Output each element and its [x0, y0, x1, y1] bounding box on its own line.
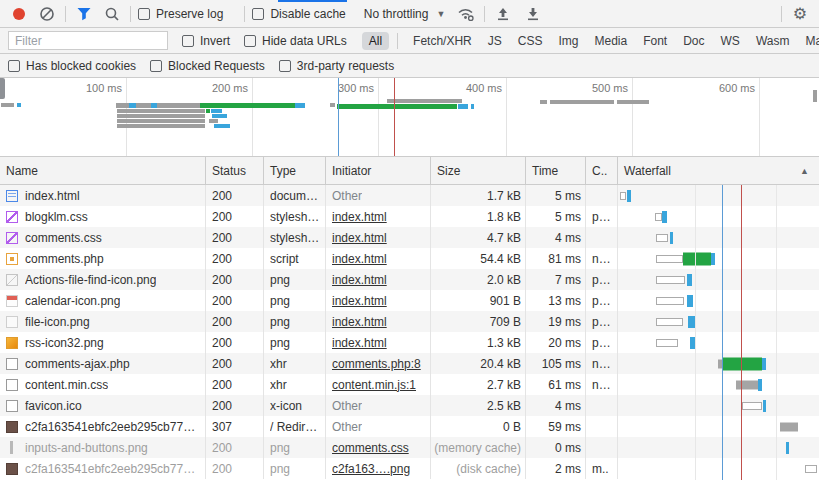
table-cell: 709 B: [431, 311, 526, 332]
type-filter-js[interactable]: JS: [481, 32, 509, 50]
table-row[interactable]: c2fa163541ebfc2eeb295cb77…307/ RedirectO…: [0, 416, 819, 437]
request-name[interactable]: comments.php: [25, 252, 104, 266]
overview-tick-label: 300 ms: [314, 82, 374, 94]
column-header-name[interactable]: Name: [0, 157, 206, 184]
overview-bar: [117, 119, 205, 123]
has-blocked-cookies-checkbox[interactable]: Has blocked cookies: [8, 59, 136, 73]
type-filter-wasm[interactable]: Wasm: [749, 32, 797, 50]
table-row[interactable]: calendar-icon.png200pngindex.html901 B13…: [0, 290, 819, 311]
overview-bar: [1, 103, 14, 107]
column-header-status[interactable]: Status: [206, 157, 264, 184]
initiator-link[interactable]: c2fa163….png: [332, 462, 410, 476]
type-filter-css[interactable]: CSS: [511, 32, 550, 50]
table-row[interactable]: comments.css200stylesh…index.html4.7 kB4…: [0, 227, 819, 248]
column-header-label: Initiator: [332, 164, 371, 178]
record-button[interactable]: [8, 3, 30, 25]
table-cell: 901 B: [431, 290, 526, 311]
type-filter-media[interactable]: Media: [587, 32, 634, 50]
request-name[interactable]: file-icon.png: [25, 315, 90, 329]
import-har-button[interactable]: [492, 3, 514, 25]
request-name[interactable]: Actions-file-find-icon.png: [25, 273, 156, 287]
column-header-c[interactable]: C..: [586, 157, 618, 184]
third-party-requests-checkbox[interactable]: 3rd-party requests: [279, 59, 394, 73]
request-name[interactable]: c2fa163541ebfc2eeb295cb77…: [25, 462, 195, 476]
disable-cache-checkbox[interactable]: Disable cache: [252, 7, 345, 21]
type-filter-doc[interactable]: Doc: [676, 32, 711, 50]
search-button[interactable]: [101, 3, 123, 25]
type-filter-all[interactable]: All: [362, 32, 389, 50]
network-conditions-icon: [457, 6, 475, 22]
table-row[interactable]: file-icon.png200pngindex.html709 B19 msp…: [0, 311, 819, 332]
initiator-link[interactable]: index.html: [332, 252, 387, 266]
table-row[interactable]: c2fa163541ebfc2eeb295cb77…200pngc2fa163……: [0, 458, 819, 479]
initiator-link[interactable]: index.html: [332, 231, 387, 245]
table-cell: 20.4 kB: [431, 353, 526, 374]
table-row[interactable]: comments.php200scriptindex.html54.4 kB81…: [0, 248, 819, 269]
load-event-line: [741, 185, 742, 480]
export-har-button[interactable]: [522, 3, 544, 25]
request-name[interactable]: favicon.ico: [25, 399, 82, 413]
initiator-link[interactable]: index.html: [332, 315, 387, 329]
throttling-dropdown[interactable]: No throttling ▼: [364, 7, 446, 21]
request-name[interactable]: blogklm.css: [25, 210, 88, 224]
table-cell: x-icon: [264, 395, 326, 416]
table-row[interactable]: comments-ajax.php200xhrcomments.php:820.…: [0, 353, 819, 374]
type-value: png: [270, 315, 290, 329]
initiator-link[interactable]: comments.php:8: [332, 357, 421, 371]
type-value: png: [270, 273, 290, 287]
column-header-initiator[interactable]: Initiator: [326, 157, 431, 184]
arrow-up-icon: [496, 7, 510, 21]
overview-gridline: [252, 78, 253, 156]
request-name[interactable]: c2fa163541ebfc2eeb295cb77…: [25, 420, 195, 434]
overview-bar: [458, 104, 468, 109]
initiator-link[interactable]: index.html: [332, 210, 387, 224]
overview-bar: [617, 100, 649, 104]
network-toolbar: Preserve log Disable cache No throttling…: [0, 0, 819, 28]
table-row[interactable]: Actions-file-find-icon.png200pngindex.ht…: [0, 269, 819, 290]
column-header-time[interactable]: Time: [526, 157, 586, 184]
checkbox-icon: [182, 35, 194, 47]
status-value: 200: [212, 336, 232, 350]
request-name[interactable]: comments-ajax.php: [25, 357, 130, 371]
type-filter-img[interactable]: Img: [551, 32, 585, 50]
has-blocked-cookies-label: Has blocked cookies: [26, 59, 136, 73]
table-row[interactable]: favicon.ico200x-iconOther2.5 kB4 ms: [0, 395, 819, 416]
table-row[interactable]: rss-icon32.png200pngindex.html1.3 kB20 m…: [0, 332, 819, 353]
request-name[interactable]: comments.css: [25, 231, 102, 245]
preserve-log-checkbox[interactable]: Preserve log: [138, 7, 223, 21]
request-name[interactable]: rss-icon32.png: [25, 336, 104, 350]
settings-button[interactable]: ⚙: [789, 3, 811, 25]
type-filter-ws[interactable]: WS: [714, 32, 747, 50]
waterfall-sort-arrow-icon[interactable]: ▲: [800, 166, 813, 176]
column-header-size[interactable]: Size: [431, 157, 526, 184]
request-name[interactable]: index.html: [25, 189, 80, 203]
initiator-link[interactable]: index.html: [332, 294, 387, 308]
table-cell: comments-ajax.php: [0, 353, 206, 374]
table-row[interactable]: index.html200docum…Other1.7 kB5 ms: [0, 185, 819, 206]
blocked-requests-checkbox[interactable]: Blocked Requests: [150, 59, 265, 73]
initiator-link[interactable]: index.html: [332, 273, 387, 287]
type-filter-fetch-xhr[interactable]: Fetch/XHR: [406, 32, 479, 50]
clear-button[interactable]: [36, 3, 58, 25]
table-row[interactable]: inputs-and-buttons.png200pngcomments.css…: [0, 437, 819, 458]
filter-input[interactable]: [8, 31, 168, 50]
initiator-link[interactable]: comments.css: [332, 441, 409, 455]
column-header-type[interactable]: Type: [264, 157, 326, 184]
invert-checkbox[interactable]: Invert: [182, 34, 230, 48]
network-overview[interactable]: 100 ms200 ms300 ms400 ms600 ms500 ms: [0, 78, 819, 157]
table-row[interactable]: content.min.css200xhrcontent.min.js:12.7…: [0, 374, 819, 395]
filter-toggle-button[interactable]: [73, 3, 95, 25]
type-filter-manifest[interactable]: Manifest: [798, 32, 819, 50]
column-header-waterfall[interactable]: Waterfall▲: [618, 157, 819, 184]
waterfall-green-segment: [723, 357, 762, 370]
request-name[interactable]: inputs-and-buttons.png: [25, 441, 148, 455]
type-filter-font[interactable]: Font: [636, 32, 674, 50]
request-name[interactable]: calendar-icon.png: [25, 294, 120, 308]
overview-scrubber-handle[interactable]: [0, 78, 5, 99]
initiator-link[interactable]: content.min.js:1: [332, 378, 416, 392]
network-conditions-button[interactable]: [455, 3, 477, 25]
initiator-link[interactable]: index.html: [332, 336, 387, 350]
request-name[interactable]: content.min.css: [25, 378, 108, 392]
table-row[interactable]: blogklm.css200stylesh…index.html1.8 kB5 …: [0, 206, 819, 227]
hide-data-urls-checkbox[interactable]: Hide data URLs: [244, 34, 347, 48]
